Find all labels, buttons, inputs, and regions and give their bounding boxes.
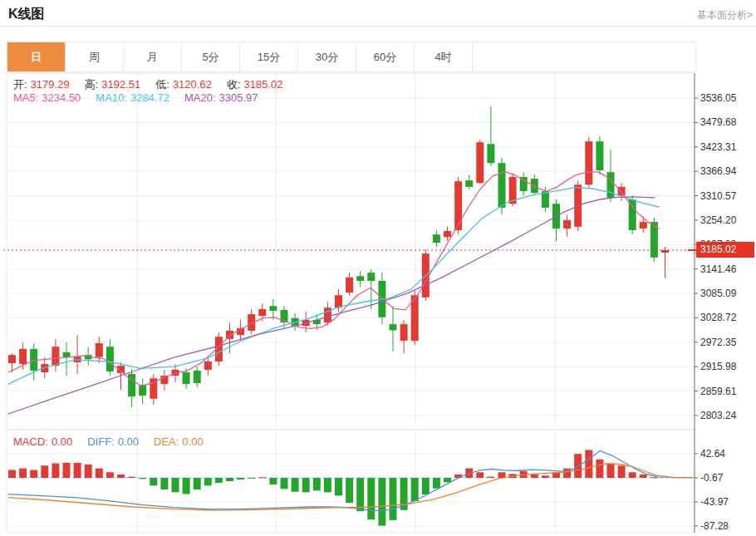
- readout-item: 高:3192.51: [85, 78, 145, 91]
- readout-item: 收:3185.02: [227, 78, 287, 91]
- svg-text:2803.24: 2803.24: [700, 410, 737, 421]
- svg-text:2915.98: 2915.98: [700, 361, 737, 372]
- svg-text:3479.68: 3479.68: [700, 116, 737, 128]
- svg-text:2859.61: 2859.61: [700, 386, 737, 397]
- svg-text:3536.05: 3536.05: [700, 92, 737, 104]
- svg-text:3141.46: 3141.46: [700, 263, 737, 275]
- current-price-badge: 3185.02: [696, 242, 754, 258]
- readout-item: MA20:3305.97: [184, 91, 262, 104]
- svg-text:3085.09: 3085.09: [700, 288, 737, 299]
- svg-text:3366.94: 3366.94: [700, 165, 737, 177]
- readout-item: DIFF:0.00: [87, 435, 142, 448]
- svg-text:3310.57: 3310.57: [700, 190, 737, 202]
- readout-item: 低:3120.62: [155, 78, 215, 91]
- svg-text:2972.35: 2972.35: [700, 337, 737, 348]
- svg-text:-87.28: -87.28: [700, 520, 729, 532]
- svg-text:-43.97: -43.97: [700, 496, 729, 508]
- svg-text:42.64: 42.64: [700, 448, 725, 460]
- readout-item: DEA:0.00: [154, 435, 207, 448]
- kline-widget: K线图 基本面分析> 日周月5分15分30分60分4时 开:3179.29高:3…: [0, 0, 756, 536]
- svg-text:3028.72: 3028.72: [700, 312, 737, 323]
- readout-item: MA10:3284.72: [96, 91, 173, 104]
- svg-text:3423.31: 3423.31: [700, 141, 737, 153]
- svg-text:-0.67: -0.67: [700, 472, 724, 484]
- svg-text:3254.20: 3254.20: [700, 214, 737, 226]
- ma-readout: MA5:3234.50MA10:3284.72MA20:3305.97: [13, 91, 273, 104]
- macd-readout: MACD:0.00DIFF:0.00DEA:0.00: [13, 435, 218, 448]
- readout-item: MA5:3234.50: [13, 91, 84, 104]
- readout-item: 开:3179.29: [13, 78, 73, 91]
- readout-item: MACD:0.00: [13, 435, 76, 448]
- ohlc-readout: 开:3179.29高:3192.51低:3120.62收:3185.02: [13, 77, 298, 92]
